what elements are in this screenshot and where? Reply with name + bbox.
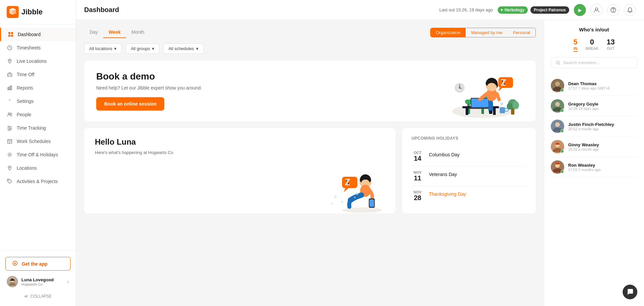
collapse-button[interactable]: ≪ COLLAPSE: [0, 291, 76, 302]
filter-groups[interactable]: All groups ▾: [126, 43, 159, 54]
tab-month[interactable]: Month: [126, 27, 150, 38]
nav-label-settings: Settings: [17, 99, 34, 104]
collapse-icon: ≪: [24, 294, 28, 299]
topbar-right: Last out 15:26, 19 days ago Herbology Pr…: [439, 4, 636, 16]
inout-tabs: 5 IN 0 BREAK 13 OUT: [551, 38, 637, 52]
search-icon: [556, 60, 560, 65]
sidebar-item-activities-projects[interactable]: Activities & Projects: [0, 175, 76, 188]
tab-week[interactable]: Week: [103, 27, 126, 38]
svg-point-34: [8, 180, 9, 181]
holiday-item-2: NOV 28 Thanksgiving Day: [412, 186, 526, 205]
holiday-date-1: NOV 11: [412, 170, 424, 182]
svg-rect-4: [11, 35, 13, 37]
filter-schedules[interactable]: All schedules ▾: [163, 43, 203, 54]
whos-inout-title: Who's in/out: [551, 27, 637, 32]
svg-rect-11: [11, 86, 12, 90]
nav-label-timesheets: Timesheets: [17, 45, 41, 50]
in-label: IN: [574, 46, 578, 52]
filter-locations-label: All locations: [89, 46, 112, 51]
sidebar: Jibble Dashboard Timesheets Live Locatio…: [0, 0, 76, 306]
nav-label-reports: Reports: [17, 85, 33, 91]
sidebar-item-live-locations[interactable]: Live Locations: [0, 54, 76, 68]
svg-rect-76: [342, 177, 357, 188]
nav-label-work-schedules: Work Schedules: [17, 139, 51, 144]
project-badge[interactable]: Project Patronus: [530, 6, 569, 14]
svg-point-13: [10, 113, 12, 115]
notifications-button[interactable]: [624, 4, 636, 16]
svg-line-30: [11, 156, 11, 156]
sidebar-item-work-schedules[interactable]: Work Schedules: [0, 135, 76, 148]
demo-illustration: [442, 68, 522, 121]
bar-chart-icon: [7, 85, 13, 91]
profile-button[interactable]: [591, 4, 603, 16]
user-info: Luna Lovegood Hogwarts Co: [21, 277, 64, 286]
sidebar-item-time-tracking[interactable]: Time Tracking: [0, 121, 76, 135]
demo-card-title: Book a demo: [96, 71, 202, 82]
holiday-day-1: 11: [412, 174, 424, 182]
member-name-4: Ron Weasley: [568, 163, 637, 168]
inout-tab-out[interactable]: 13 OUT: [607, 38, 615, 52]
tab-day[interactable]: Day: [84, 27, 103, 38]
hello-card-title: Hello Luna: [95, 137, 385, 147]
user-profile[interactable]: Luna Lovegood Hogwarts Co ›: [0, 273, 76, 291]
break-count: 0: [586, 38, 599, 46]
help-button[interactable]: [607, 4, 619, 16]
view-toggle-organization[interactable]: Organization: [431, 28, 466, 37]
sidebar-item-people[interactable]: People: [0, 108, 76, 121]
view-toggle: Organization Managed by me Personal: [430, 28, 536, 37]
svg-point-63: [512, 101, 519, 109]
sidebar-item-dashboard[interactable]: Dashboard: [0, 28, 76, 41]
svg-rect-59: [500, 107, 505, 113]
member-search[interactable]: Search members...: [551, 57, 637, 68]
chat-bubble-button[interactable]: [623, 285, 637, 299]
holiday-item-0: OCT 14 Columbus Day: [412, 147, 526, 166]
member-time-3: 18:02 a month ago: [568, 147, 637, 151]
sidebar-item-reports[interactable]: Reports: [0, 81, 76, 95]
view-toggle-personal[interactable]: Personal: [508, 28, 535, 37]
member-avatar-wrap-2: [551, 120, 564, 133]
holiday-day-0: 14: [412, 155, 424, 162]
get-app-label: Get the app: [22, 261, 47, 267]
sitting-illustration-svg: [325, 163, 385, 213]
holidays-card: UPCOMING HOLIDAYS OCT 14 Columbus Day NO…: [402, 128, 536, 213]
member-name-2: Justin Finch-Fletchley: [568, 122, 637, 127]
holiday-month-2: NOV: [412, 190, 424, 194]
sidebar-item-time-off-holidays[interactable]: Time Off & Holidays: [0, 148, 76, 161]
svg-rect-49: [466, 108, 468, 115]
member-name-0: Dean Thomas: [568, 81, 637, 86]
nav-label-people: People: [17, 112, 31, 117]
svg-rect-75: [369, 199, 374, 207]
content-area: Day Week Month Organization Managed by m…: [76, 20, 644, 306]
timer-info: Herbology Project Patronus: [498, 6, 569, 14]
nav-label-time-off-holidays: Time Off & Holidays: [17, 152, 58, 157]
svg-point-77: [355, 192, 359, 195]
online-indicator-1: [560, 109, 564, 112]
logo-area[interactable]: Jibble: [0, 0, 76, 24]
member-name-3: Ginny Weasley: [568, 142, 637, 147]
herbology-badge[interactable]: Herbology: [498, 6, 528, 14]
play-button[interactable]: ▶: [574, 4, 586, 16]
member-avatar-wrap-3: [551, 140, 564, 153]
filter-locations[interactable]: All locations ▾: [84, 43, 122, 54]
inout-tab-in[interactable]: 5 IN: [574, 38, 578, 52]
svg-point-12: [8, 113, 10, 115]
member-item-0: Dean Thomas 17:57 7 days ago GMT+6: [551, 75, 637, 96]
svg-rect-57: [489, 111, 492, 114]
sidebar-item-settings[interactable]: ⌃ Settings: [0, 95, 76, 108]
member-avatar-wrap-0: [551, 79, 564, 92]
sidebar-item-locations[interactable]: Locations: [0, 161, 76, 175]
svg-point-84: [555, 102, 560, 107]
sidebar-item-time-off[interactable]: Time Off: [0, 68, 76, 81]
tag-icon: [7, 178, 13, 184]
book-online-session-button[interactable]: Book an online session: [96, 97, 164, 111]
chevron-up-icon: ⌃: [7, 98, 13, 104]
svg-point-19: [8, 129, 10, 131]
view-toggle-managed[interactable]: Managed by me: [466, 28, 507, 37]
sidebar-item-timesheets[interactable]: Timesheets: [0, 41, 76, 54]
map-pin-icon: [7, 58, 13, 64]
filter-groups-label: All groups: [131, 46, 150, 51]
get-app-button[interactable]: Get the app: [5, 257, 70, 271]
inout-tab-break[interactable]: 0 BREAK: [586, 38, 599, 52]
chat-icon: [626, 288, 634, 296]
svg-point-33: [9, 167, 10, 168]
